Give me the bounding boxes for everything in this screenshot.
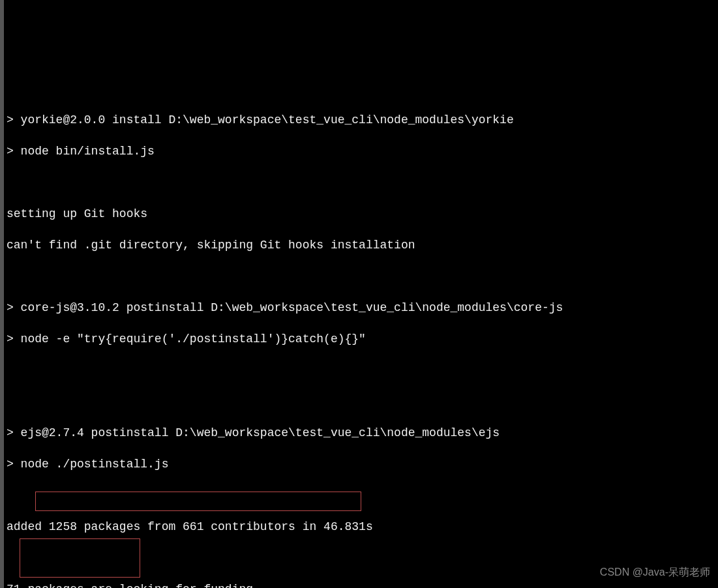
output-line: setting up Git hooks [7,206,715,222]
output-line: added 1258 packages from 661 contributor… [7,519,715,535]
output-line: can't find .git directory, skipping Git … [7,237,715,253]
output-line: > node bin/install.js [7,143,715,159]
output-line: > yorkie@2.0.0 install D:\web_workspace\… [7,112,715,128]
output-line: > ejs@2.7.4 postinstall D:\web_workspace… [7,425,715,441]
terminal-output: > yorkie@2.0.0 install D:\web_workspace\… [7,65,715,588]
output-line: > node -e "try{require('./postinstall')}… [7,331,715,347]
output-line: > core-js@3.10.2 postinstall D:\web_work… [7,300,715,316]
output-line: > node ./postinstall.js [7,456,715,472]
watermark-text: CSDN @Java-呆萌老师 [600,565,710,580]
output-line: 71 packages are looking for funding [7,581,715,588]
